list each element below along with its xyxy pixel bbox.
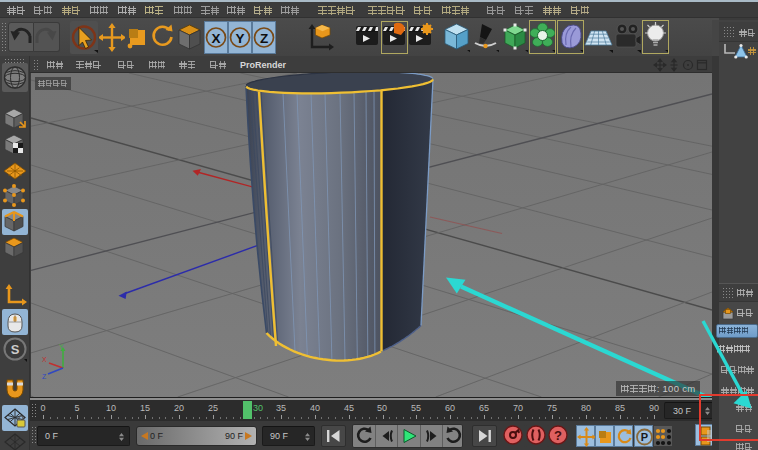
svg-text:X: X [42, 356, 47, 363]
svg-text:Z: Z [42, 373, 47, 380]
svg-text:Y: Y [59, 343, 64, 350]
svg-text:Z: Z [260, 31, 268, 46]
svg-text:S: S [11, 342, 20, 357]
svg-text:Y: Y [235, 31, 244, 46]
svg-text:P: P [641, 431, 648, 443]
svg-text:X: X [211, 31, 220, 46]
svg-text:?: ? [554, 428, 562, 443]
